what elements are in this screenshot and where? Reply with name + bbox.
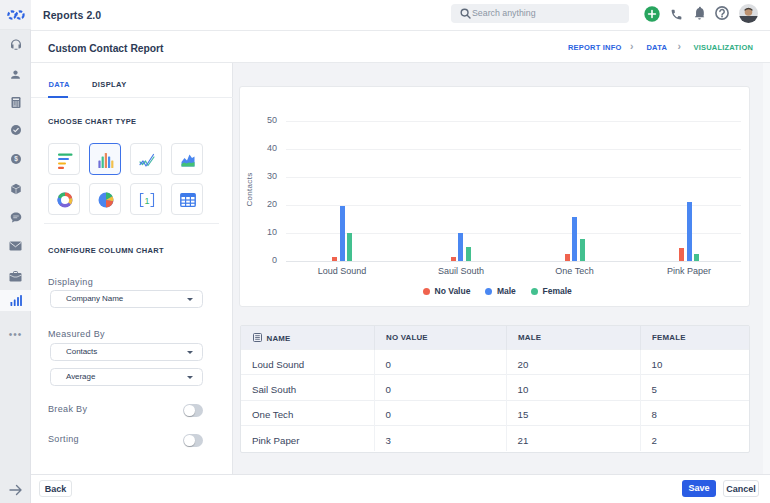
- svg-text:$: $: [14, 155, 18, 163]
- svg-text:1: 1: [144, 196, 149, 206]
